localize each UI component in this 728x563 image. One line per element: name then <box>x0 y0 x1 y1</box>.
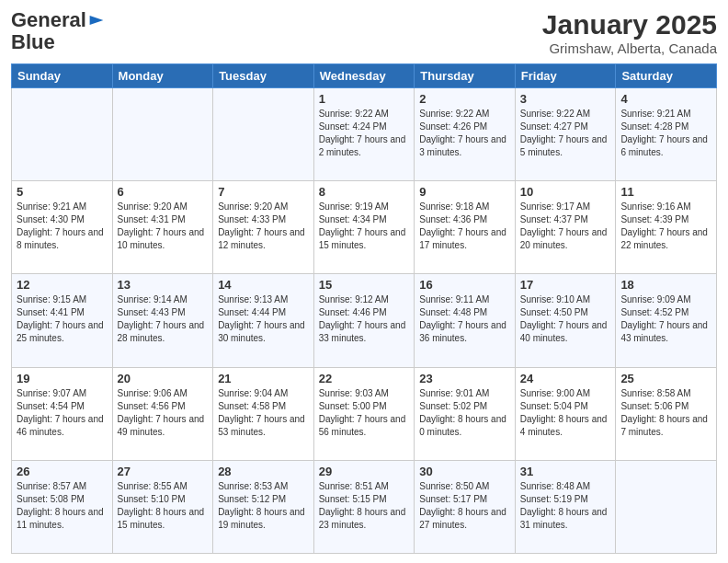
cell-info: Sunrise: 8:58 AMSunset: 5:06 PMDaylight:… <box>620 387 711 439</box>
col-saturday: Saturday <box>616 64 717 88</box>
header: General Blue January 2025 Grimshaw, Albe… <box>11 9 717 56</box>
sunset-text: Sunset: 5:06 PM <box>620 401 688 411</box>
day-number: 12 <box>17 278 108 292</box>
col-sunday: Sunday <box>12 64 113 88</box>
daylight-text: Daylight: 7 hours and 30 minutes. <box>218 320 305 343</box>
cell-info: Sunrise: 9:04 AMSunset: 4:58 PMDaylight:… <box>218 387 309 439</box>
cell-info: Sunrise: 9:13 AMSunset: 4:44 PMDaylight:… <box>218 293 309 345</box>
sunset-text: Sunset: 4:52 PM <box>620 307 688 317</box>
day-number: 6 <box>118 185 209 199</box>
sunrise-text: Sunrise: 9:22 AM <box>319 109 389 119</box>
sunrise-text: Sunrise: 8:58 AM <box>620 388 690 398</box>
cell-info: Sunrise: 9:06 AMSunset: 4:56 PMDaylight:… <box>118 387 209 439</box>
table-row: 20Sunrise: 9:06 AMSunset: 4:56 PMDayligh… <box>112 367 213 460</box>
table-row <box>12 88 113 181</box>
day-number: 23 <box>419 372 510 385</box>
cell-info: Sunrise: 9:22 AMSunset: 4:26 PMDaylight:… <box>419 108 510 159</box>
daylight-text: Daylight: 8 hours and 11 minutes. <box>17 507 104 530</box>
sunrise-text: Sunrise: 9:18 AM <box>419 201 489 212</box>
daylight-text: Daylight: 7 hours and 36 minutes. <box>419 320 506 343</box>
col-monday: Monday <box>112 64 213 88</box>
sunrise-text: Sunrise: 9:09 AM <box>620 294 690 304</box>
daylight-text: Daylight: 7 hours and 15 minutes. <box>319 227 406 250</box>
daylight-text: Daylight: 7 hours and 46 minutes. <box>17 414 104 437</box>
sunrise-text: Sunrise: 8:55 AM <box>118 481 188 491</box>
table-row: 14Sunrise: 9:13 AMSunset: 4:44 PMDayligh… <box>213 274 314 367</box>
sunset-text: Sunset: 4:26 PM <box>419 121 487 132</box>
table-row: 22Sunrise: 9:03 AMSunset: 5:00 PMDayligh… <box>313 367 415 460</box>
table-row: 27Sunrise: 8:55 AMSunset: 5:10 PMDayligh… <box>112 460 213 553</box>
table-row: 10Sunrise: 9:17 AMSunset: 4:37 PMDayligh… <box>515 181 616 274</box>
table-row: 12Sunrise: 9:15 AMSunset: 4:41 PMDayligh… <box>12 274 113 367</box>
daylight-text: Daylight: 7 hours and 28 minutes. <box>118 320 205 343</box>
daylight-text: Daylight: 7 hours and 5 minutes. <box>520 134 608 157</box>
logo-arrow-icon <box>88 14 105 27</box>
sunrise-text: Sunrise: 9:00 AM <box>520 388 590 398</box>
sunset-text: Sunset: 4:48 PM <box>419 307 487 317</box>
sunrise-text: Sunrise: 9:13 AM <box>218 294 288 304</box>
sunrise-text: Sunrise: 9:10 AM <box>520 294 590 304</box>
cell-info: Sunrise: 9:12 AMSunset: 4:46 PMDaylight:… <box>319 293 410 345</box>
day-number: 7 <box>218 185 309 199</box>
cell-info: Sunrise: 9:03 AMSunset: 5:00 PMDaylight:… <box>319 387 410 439</box>
table-row: 1Sunrise: 9:22 AMSunset: 4:24 PMDaylight… <box>313 88 415 181</box>
cell-info: Sunrise: 8:48 AMSunset: 5:19 PMDaylight:… <box>520 480 611 532</box>
sunrise-text: Sunrise: 8:51 AM <box>319 481 389 491</box>
daylight-text: Daylight: 8 hours and 7 minutes. <box>620 414 708 437</box>
table-row: 21Sunrise: 9:04 AMSunset: 4:58 PMDayligh… <box>213 367 314 460</box>
daylight-text: Daylight: 8 hours and 4 minutes. <box>520 414 608 437</box>
sunset-text: Sunset: 4:30 PM <box>17 214 85 224</box>
daylight-text: Daylight: 8 hours and 31 minutes. <box>520 507 608 530</box>
sunrise-text: Sunrise: 8:50 AM <box>419 481 489 491</box>
cell-info: Sunrise: 9:20 AMSunset: 4:33 PMDaylight:… <box>218 201 309 252</box>
table-row: 7Sunrise: 9:20 AMSunset: 4:33 PMDaylight… <box>213 181 314 274</box>
table-row <box>616 460 717 553</box>
sunset-text: Sunset: 4:56 PM <box>118 401 186 411</box>
daylight-text: Daylight: 7 hours and 6 minutes. <box>620 134 708 157</box>
day-number: 21 <box>218 372 309 385</box>
day-number: 29 <box>319 465 410 478</box>
cell-info: Sunrise: 9:09 AMSunset: 4:52 PMDaylight:… <box>620 293 711 345</box>
svg-marker-0 <box>90 16 104 25</box>
daylight-text: Daylight: 7 hours and 22 minutes. <box>620 227 708 250</box>
title-block: January 2025 Grimshaw, Alberta, Canada <box>542 9 717 56</box>
sunset-text: Sunset: 5:15 PM <box>319 494 387 504</box>
sunrise-text: Sunrise: 9:20 AM <box>118 201 188 212</box>
sunset-text: Sunset: 4:31 PM <box>118 214 186 224</box>
cell-info: Sunrise: 8:57 AMSunset: 5:08 PMDaylight:… <box>17 480 108 532</box>
cell-info: Sunrise: 8:53 AMSunset: 5:12 PMDaylight:… <box>218 480 309 532</box>
cell-info: Sunrise: 9:15 AMSunset: 4:41 PMDaylight:… <box>17 293 108 345</box>
col-wednesday: Wednesday <box>313 64 415 88</box>
day-number: 22 <box>319 372 410 385</box>
logo: General Blue <box>11 9 105 53</box>
sunrise-text: Sunrise: 9:07 AM <box>17 388 86 398</box>
cell-info: Sunrise: 9:19 AMSunset: 4:34 PMDaylight:… <box>319 201 410 252</box>
table-row <box>112 88 213 181</box>
sunset-text: Sunset: 5:00 PM <box>319 401 387 411</box>
daylight-text: Daylight: 7 hours and 2 minutes. <box>319 134 406 157</box>
day-number: 1 <box>319 92 410 106</box>
sunrise-text: Sunrise: 9:19 AM <box>319 201 389 212</box>
daylight-text: Daylight: 8 hours and 27 minutes. <box>419 507 506 530</box>
day-number: 18 <box>620 278 711 292</box>
daylight-text: Daylight: 8 hours and 15 minutes. <box>118 507 205 530</box>
day-number: 28 <box>218 465 309 478</box>
day-number: 9 <box>419 185 510 199</box>
cell-info: Sunrise: 9:21 AMSunset: 4:28 PMDaylight:… <box>620 108 711 159</box>
table-row: 17Sunrise: 9:10 AMSunset: 4:50 PMDayligh… <box>515 274 616 367</box>
sunset-text: Sunset: 4:43 PM <box>118 307 186 317</box>
daylight-text: Daylight: 7 hours and 17 minutes. <box>419 227 506 250</box>
day-number: 27 <box>118 465 209 478</box>
daylight-text: Daylight: 7 hours and 25 minutes. <box>17 320 104 343</box>
logo-text: General <box>11 9 105 31</box>
sunrise-text: Sunrise: 9:21 AM <box>620 109 690 119</box>
sunrise-text: Sunrise: 8:48 AM <box>520 481 590 491</box>
sunset-text: Sunset: 5:04 PM <box>520 401 588 411</box>
sunset-text: Sunset: 5:12 PM <box>218 494 286 504</box>
sunrise-text: Sunrise: 8:57 AM <box>17 481 86 491</box>
day-number: 10 <box>520 185 611 199</box>
table-row: 15Sunrise: 9:12 AMSunset: 4:46 PMDayligh… <box>313 274 415 367</box>
sunset-text: Sunset: 5:02 PM <box>419 401 487 411</box>
cell-info: Sunrise: 9:22 AMSunset: 4:24 PMDaylight:… <box>319 108 410 159</box>
sunset-text: Sunset: 4:39 PM <box>620 214 688 224</box>
